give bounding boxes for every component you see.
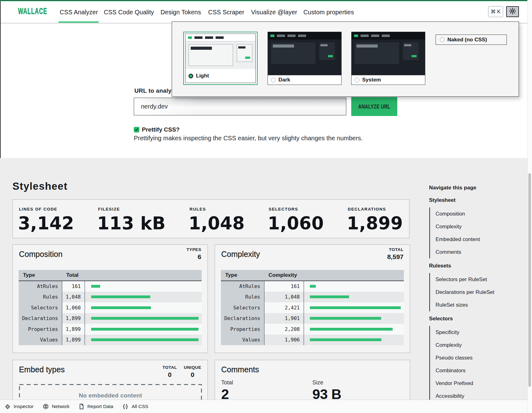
- radio-checked-icon[interactable]: [189, 74, 193, 78]
- complexity-card: ComplexityTOTAL8,597TypeComplexityAtRule…: [215, 244, 410, 353]
- preview-body: [185, 41, 255, 69]
- preview-main-bar: [191, 47, 212, 50]
- preview-navbar: [268, 32, 341, 39]
- preview-logo-blip: [270, 35, 274, 37]
- toolbar-item-network[interactable]: Network: [43, 404, 70, 409]
- value-bar: [91, 328, 199, 331]
- row-value: 1,060: [62, 302, 85, 313]
- command-k-button[interactable]: ⌘ K: [488, 6, 503, 17]
- toolbar-item-label: All CSS: [132, 404, 148, 409]
- sidebar-item-combinators[interactable]: Combinators: [436, 364, 504, 377]
- url-input[interactable]: nerdy.dev: [134, 98, 346, 115]
- sidebar-heading-selectors[interactable]: Selectors: [429, 316, 504, 322]
- sidebar-item-ruleset-sizes[interactable]: RuleSet sizes: [436, 299, 504, 311]
- value-bar: [91, 338, 199, 341]
- toolbar-item-all-css[interactable]: All CSS: [123, 404, 148, 409]
- theme-option-system[interactable]: System: [351, 32, 425, 85]
- table-row: Selectors1,060: [19, 302, 202, 313]
- theme-option-dark[interactable]: Dark: [268, 32, 342, 85]
- nav-item-custom-properties[interactable]: Custom properties: [303, 1, 354, 23]
- theme-option-naked-no-css-[interactable]: Naked (no CSS): [436, 35, 507, 45]
- sidebar-item-specificity[interactable]: Specificity: [436, 326, 504, 339]
- prettify-checkbox[interactable]: [134, 127, 139, 132]
- embed-empty-text: No embedded content: [19, 392, 202, 399]
- sidebar-item-comments[interactable]: Comments: [436, 246, 504, 258]
- value-bar: [310, 317, 381, 320]
- sidebar-heading-stylesheet[interactable]: Stylesheet: [429, 197, 504, 203]
- row-type: Selectors: [221, 302, 264, 313]
- sidebar-group: Selectors per RuleSetDeclarations per Ru…: [429, 273, 504, 311]
- sidebar-heading-rulesets[interactable]: Rulesets: [429, 263, 504, 269]
- sidebar-item-declarations-per-ruleset[interactable]: Declarations per RuleSet: [436, 286, 504, 299]
- card-meta-value: 8,597: [387, 253, 404, 261]
- radio-unchecked-icon[interactable]: [440, 37, 445, 42]
- sidebar-item-embedded-content[interactable]: Embedded content: [436, 233, 504, 246]
- theme-option-label: Light: [196, 73, 209, 79]
- composition-table: TypeTotalAtRules161Rules1,048Selectors1,…: [19, 270, 202, 345]
- preview-nav-blip: [287, 35, 296, 37]
- nav-item-css-scraper[interactable]: CSS Scraper: [208, 1, 244, 23]
- embed-types-meta: TOTAL0UNIQUE0: [162, 365, 201, 378]
- row-bar-cell: [304, 302, 404, 313]
- table-row: Rules1,048: [19, 292, 202, 303]
- stat-value: 3,142: [18, 213, 74, 234]
- scrollbar-thumb[interactable]: [528, 173, 531, 387]
- radio-unchecked-icon[interactable]: [355, 78, 359, 82]
- brand-logo[interactable]: WALLACE: [18, 6, 47, 16]
- value-bar: [310, 328, 393, 331]
- toolbar-item-label: Network: [52, 404, 70, 409]
- left-edge-line: [0, 1, 1, 158]
- preview-nav-blip: [216, 36, 224, 39]
- theme-option-light[interactable]: Light: [183, 32, 258, 85]
- preview-nav-blip: [382, 35, 390, 37]
- value-bar: [91, 285, 100, 288]
- scrollbar-track[interactable]: [527, 0, 532, 413]
- page-nav-sidebar: Navigate this page StylesheetComposition…: [429, 185, 504, 402]
- sidebar-item-selectors-per-ruleset[interactable]: Selectors per RuleSet: [436, 273, 504, 286]
- radio-unchecked-icon[interactable]: [271, 78, 276, 82]
- sidebar-item-complexity[interactable]: Complexity: [436, 220, 504, 233]
- embed-meta-value: 0: [184, 371, 201, 378]
- sidebar-item-composition[interactable]: Composition: [436, 207, 504, 220]
- nav-item-visualize-layer[interactable]: Visualize @layer: [251, 1, 297, 23]
- preview-side-bar: [404, 44, 411, 46]
- value-bar: [310, 285, 316, 288]
- preview-nav-blip: [277, 35, 285, 37]
- preview-body: [352, 39, 425, 75]
- column-header-type: Type: [19, 270, 62, 281]
- table-row: Properties2,208: [221, 324, 404, 335]
- analyze-url-button[interactable]: ANALYZE URL: [351, 97, 397, 116]
- card-meta-value: 6: [187, 253, 201, 261]
- stat-label: RULES: [189, 207, 245, 211]
- preview-side-accent: [328, 55, 333, 57]
- sidebar-title: Navigate this page: [429, 185, 504, 191]
- table-row: Values1,899: [19, 335, 202, 346]
- embed-types-title: Embed types: [19, 365, 65, 374]
- comments-stat-size: Size93 B: [312, 379, 404, 402]
- row-value: 1,899: [62, 313, 85, 324]
- nav-item-design-tokens[interactable]: Design Tokens: [161, 1, 201, 23]
- row-value: 161: [62, 281, 85, 292]
- bottom-toolbar: Inspector Network Report Data All CSS: [0, 400, 527, 413]
- transfer-circle-icon: [43, 404, 49, 409]
- row-bar-cell: [304, 292, 404, 303]
- preview-logo-blip: [188, 36, 192, 39]
- column-header-type: Type: [221, 270, 264, 281]
- sidebar-item-complexity[interactable]: Complexity: [436, 339, 504, 351]
- braces-icon: [123, 404, 128, 409]
- stat-declarations: DECLARATIONS1,899: [348, 207, 403, 238]
- row-type: AtRules: [221, 281, 264, 292]
- stat-value: 1,899: [347, 213, 403, 234]
- sidebar-item-pseudo-classes[interactable]: Pseudo classes: [436, 351, 504, 364]
- prettify-checkbox-row[interactable]: Prettify CSS?: [134, 126, 180, 133]
- theme-option-inner: Light: [185, 34, 256, 83]
- nav-item-css-analyzer[interactable]: CSS Analyzer: [60, 1, 98, 23]
- theme-toggle-button[interactable]: [506, 6, 519, 17]
- row-bar-cell: [85, 324, 202, 335]
- toolbar-item-report-data[interactable]: Report Data: [79, 404, 114, 409]
- row-type: Selectors: [19, 302, 62, 313]
- toolbar-item-inspector[interactable]: Inspector: [5, 404, 34, 409]
- sidebar-item-vendor-prefixed[interactable]: Vendor Prefixed: [436, 377, 504, 390]
- nav-item-css-code-quality[interactable]: CSS Code Quality: [104, 1, 154, 23]
- preview-side-box: [403, 42, 418, 60]
